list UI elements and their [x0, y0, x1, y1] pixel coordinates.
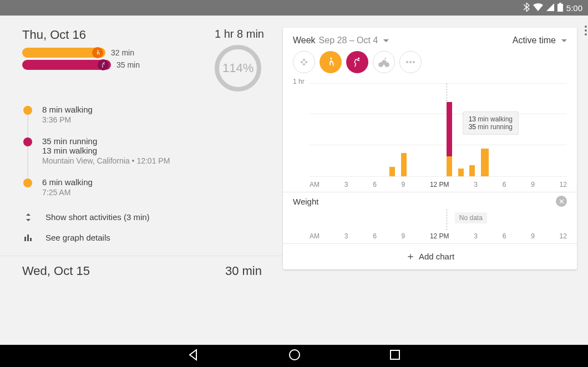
- run-bar-label: 35 min: [116, 60, 140, 69]
- see-graph-details-button[interactable]: See graph details: [22, 230, 268, 246]
- activity-chip-bike[interactable]: [373, 51, 395, 73]
- chart-bar: [469, 165, 475, 176]
- nav-home-button[interactable]: [288, 349, 301, 363]
- add-chart-label: Add chart: [419, 252, 454, 261]
- svg-point-1: [104, 62, 105, 63]
- period-selector[interactable]: Week Sep 28 – Oct 4: [293, 35, 389, 45]
- walk-dot-icon: [23, 179, 32, 187]
- chart-card: Week Sep 28 – Oct 4 Active time: [283, 28, 577, 269]
- svg-point-17: [406, 61, 408, 63]
- svg-rect-4: [30, 238, 32, 241]
- progress-ring: 114%: [215, 45, 261, 91]
- add-chart-button[interactable]: ＋ Add chart: [283, 243, 577, 264]
- y-axis-label: 1 hr: [293, 78, 305, 85]
- activity-chip-run[interactable]: [346, 51, 368, 73]
- svg-point-5: [585, 26, 587, 28]
- expand-collapse-icon: [22, 213, 34, 221]
- battery-icon: [557, 3, 563, 13]
- plus-icon: ＋: [405, 249, 415, 263]
- x-axis: AM36912 PM36912: [310, 232, 567, 240]
- svg-point-0: [98, 50, 99, 51]
- prev-date-heading: Wed, Oct 15: [22, 264, 90, 278]
- bluetooth-icon: [523, 3, 530, 13]
- svg-point-10: [305, 61, 307, 63]
- overflow-menu-button[interactable]: [585, 26, 587, 38]
- total-time-label: 1 hr 8 min: [215, 28, 264, 40]
- svg-point-18: [409, 61, 412, 63]
- nav-back-button[interactable]: [187, 349, 200, 363]
- android-status-bar: 5:00: [0, 0, 588, 16]
- weight-title: Weight: [293, 197, 318, 206]
- dropdown-caret-icon: [561, 39, 567, 42]
- weight-section: Weight ✕ No data AM36912 PM36912: [283, 192, 577, 240]
- nav-recents-button[interactable]: [389, 349, 401, 363]
- highlight-line: [447, 209, 447, 230]
- weight-chart[interactable]: No data AM36912 PM36912: [293, 209, 567, 240]
- prev-total-time: 30 min: [225, 264, 262, 278]
- svg-point-19: [413, 61, 415, 63]
- chart-grid: [310, 83, 567, 176]
- day-panel: Thu, Oct 16 32 min: [0, 16, 283, 345]
- timeline-item[interactable]: 8 min walking 3:36 PM: [23, 105, 268, 124]
- run-bar: 35 min: [22, 60, 140, 70]
- wifi-icon: [533, 3, 543, 13]
- show-short-activities-button[interactable]: Show short activities (3 min): [22, 209, 268, 225]
- period-value: Sep 28 – Oct 4: [319, 35, 378, 45]
- activity-timeline: 8 min walking 3:36 PM 35 min running 13 …: [22, 105, 268, 197]
- svg-point-9: [303, 59, 305, 61]
- svg-rect-2: [24, 237, 26, 241]
- activity-chip-walk[interactable]: [320, 51, 342, 73]
- status-time: 5:00: [566, 3, 582, 13]
- chart-bar: [481, 149, 489, 176]
- chart-bar: [401, 153, 407, 176]
- x-axis: AM36912 PM36912: [310, 181, 567, 188]
- walk-dot-icon: [23, 106, 32, 115]
- svg-point-13: [358, 58, 359, 59]
- walk-bar-label: 32 min: [111, 48, 134, 57]
- activity-chip-more[interactable]: [399, 51, 422, 73]
- svg-point-7: [585, 33, 587, 35]
- walk-icon: [92, 47, 103, 58]
- dropdown-caret-icon: [383, 39, 389, 42]
- svg-point-20: [290, 350, 300, 360]
- timeline-item[interactable]: 35 min running 13 min walking Mountain V…: [23, 136, 268, 165]
- date-heading: Thu, Oct 16: [22, 28, 140, 42]
- svg-point-11: [303, 63, 305, 65]
- progress-ring-value: 114%: [222, 61, 254, 75]
- timeline-title: 6 min walking: [42, 177, 93, 187]
- metric-selector[interactable]: Active time: [513, 35, 567, 45]
- timeline-title2: 13 min walking: [42, 146, 170, 155]
- no-data-badge: No data: [455, 212, 487, 223]
- bar-chart-icon: [22, 235, 34, 241]
- timeline-title: 8 min walking: [42, 105, 93, 114]
- svg-rect-21: [391, 350, 399, 359]
- activity-chip-all[interactable]: [293, 51, 315, 73]
- chart-tooltip: 13 min walking 35 min running: [463, 112, 518, 134]
- timeline-sub: 3:36 PM: [42, 115, 93, 124]
- period-label: Week: [293, 35, 316, 45]
- svg-point-16: [384, 58, 386, 59]
- timeline-title: 35 min running: [42, 136, 170, 146]
- timeline-sub: Mountain View, California • 12:01 PM: [42, 156, 170, 165]
- svg-point-6: [585, 29, 587, 32]
- see-details-label: See graph details: [45, 233, 110, 242]
- show-short-label: Show short activities (3 min): [45, 212, 150, 222]
- active-time-chart[interactable]: 1 hr 13 min wal: [293, 78, 567, 188]
- timeline-sub: 7:25 AM: [42, 188, 93, 197]
- chart-bar: [458, 169, 464, 176]
- run-icon: [98, 59, 109, 70]
- timeline-item[interactable]: 6 min walking 7:25 AM: [23, 177, 268, 197]
- svg-rect-3: [27, 235, 29, 241]
- android-nav-bar: [0, 345, 588, 367]
- run-dot-icon: [23, 137, 32, 146]
- metric-label: Active time: [513, 35, 556, 45]
- svg-point-8: [301, 61, 303, 63]
- divider: [0, 256, 283, 256]
- chart-bar: [389, 167, 395, 176]
- chart-bar-highlight: [447, 102, 452, 176]
- svg-point-12: [330, 58, 332, 59]
- walk-bar: 32 min: [22, 48, 140, 58]
- cell-signal-icon: [546, 3, 554, 13]
- remove-weight-button[interactable]: ✕: [556, 196, 567, 207]
